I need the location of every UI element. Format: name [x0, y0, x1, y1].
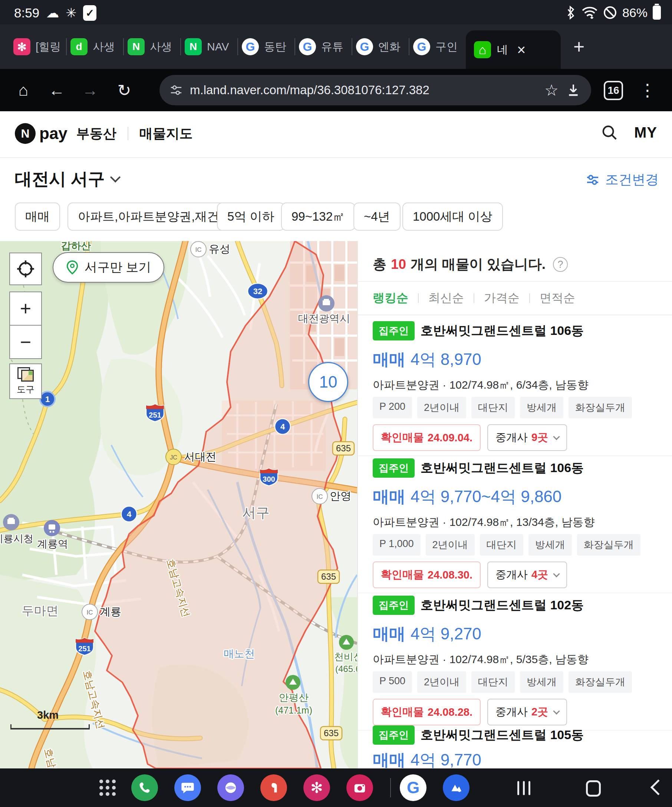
layers-icon — [17, 367, 34, 382]
home-button[interactable] — [586, 780, 601, 797]
chip-area[interactable]: 99~132㎡ — [281, 203, 355, 231]
sort-row: 랭킹순 최신순 가격순 면적순 — [373, 289, 575, 308]
listing-title[interactable]: 호반써밋그랜드센트럴 106동 — [421, 460, 584, 477]
my-location-button[interactable] — [9, 252, 42, 285]
confirmed-listing-badge: 확인매물24.08.28. — [373, 699, 481, 726]
flower-app-icon[interactable]: ✻ — [304, 774, 330, 801]
ic-anyeong-badge: IC 안영 — [312, 488, 351, 504]
agent-count-button[interactable]: 중개사 2곳 — [487, 699, 567, 726]
tab-youtube[interactable]: G 유튜 — [295, 25, 352, 69]
stream-label: 매노천 — [224, 648, 255, 659]
google-app-icon[interactable]: G — [400, 774, 426, 801]
camera-app-icon[interactable] — [347, 774, 373, 801]
chip-price[interactable]: 5억 이하 — [217, 203, 285, 231]
samsung-internet-app-icon[interactable] — [217, 774, 244, 801]
zoom-out-button[interactable]: − — [9, 325, 42, 359]
back-icon[interactable]: ← — [44, 69, 70, 111]
agent-count-button[interactable]: 중개사 4곳 — [487, 561, 567, 588]
tab-yen[interactable]: G 엔화 — [352, 25, 409, 69]
chip-age[interactable]: ~4년 — [353, 203, 400, 231]
tag: 방세개 — [520, 671, 563, 693]
tab-dongtan[interactable]: G 동탄 — [238, 25, 294, 69]
wifi-icon — [581, 5, 598, 20]
sort-newest[interactable]: 최신순 — [428, 290, 464, 306]
red-app-icon[interactable] — [261, 774, 287, 801]
sort-price[interactable]: 가격순 — [484, 290, 519, 306]
svg-text:계룡시청: 계룡시청 — [0, 533, 33, 545]
listing-price: 매매4억 8,970 — [373, 349, 481, 370]
listing-card[interactable]: 집주인 호반써밋그랜드센트럴 106동 매매4억 8,970 아파트분양권 · … — [373, 321, 662, 458]
new-tab-button[interactable]: + — [573, 36, 584, 58]
chip-trade-type[interactable]: 매매 — [15, 203, 60, 231]
listing-panel: 총 10 개의 매물이 있습니다. ? 랭킹순 최신순 가격순 면적순 집주인 … — [357, 241, 672, 769]
phone-app-icon[interactable] — [131, 774, 158, 801]
route-4-shield-east: 4 — [275, 419, 290, 434]
naver-favicon: N — [185, 38, 202, 55]
scale-bar — [10, 724, 90, 729]
listing-tags: P 500 2년이내 대단지 방세개 화장실두개 — [373, 671, 632, 693]
tag: P 500 — [373, 671, 412, 693]
sort-area[interactable]: 면적순 — [539, 290, 575, 306]
home-icon[interactable]: ⌂ — [10, 69, 37, 111]
bluetooth-icon — [565, 5, 576, 20]
tab-naver-land-active[interactable]: ⌂ 네 × — [466, 30, 561, 69]
chevron-down-icon — [553, 570, 560, 577]
tab-privacy-2[interactable]: N 사생 — [124, 25, 180, 69]
search-icon[interactable] — [601, 124, 618, 141]
menu-kebab-icon[interactable]: ⋮ — [636, 69, 659, 111]
region-row: 대전시 서구 조건변경 — [0, 158, 672, 201]
listing-cluster-marker[interactable]: 10 — [308, 362, 348, 402]
listing-card[interactable]: 집주인 호반써밋그랜드센트럴 105동 매매4억 9,770 — [373, 726, 662, 769]
map-canvas[interactable]: 호남고속지선 호남고속지선 호남고속지선 갑하산 (468.7m) IC 유성 … — [0, 241, 357, 769]
owner-badge: 집주인 — [373, 726, 415, 745]
naver-land-favicon: ⌂ — [474, 41, 491, 58]
app-drawer-button[interactable] — [94, 774, 121, 801]
listing-title[interactable]: 호반써밋그랜드센트럴 106동 — [421, 322, 584, 339]
listing-card[interactable]: 집주인 호반써밋그랜드센트럴 106동 매매4억 9,770~4억 9,860 … — [373, 458, 662, 596]
view-district-only-button[interactable]: 서구만 보기 — [53, 252, 164, 282]
map-tools-button[interactable]: 도구 — [9, 364, 42, 399]
listing-specs: 아파트분양권 · 102/74.98㎡, 5/35층, 남동향 — [373, 652, 589, 667]
forward-icon[interactable]: → — [77, 69, 103, 111]
tab-privacy-1[interactable]: d 사생 — [67, 25, 123, 69]
tab-naver[interactable]: N NAV — [181, 25, 237, 69]
route-635-badge-1: 635 — [333, 442, 354, 455]
reload-icon[interactable]: ↻ — [111, 69, 137, 111]
svg-text:천비산: 천비산 — [334, 651, 357, 663]
download-icon[interactable] — [566, 83, 581, 98]
tab-jobs[interactable]: G 구인 — [410, 25, 466, 69]
tab-count-button[interactable]: 16 — [604, 81, 623, 100]
recents-button[interactable] — [517, 781, 530, 795]
sort-ranking[interactable]: 랭킹순 — [373, 290, 408, 306]
chip-property-type[interactable]: 아파트,아파트분양권,재건축 — [68, 203, 242, 231]
map[interactable]: 호남고속지선 호남고속지선 호남고속지선 갑하산 (468.7m) IC 유성 … — [0, 241, 357, 769]
route-4-shield-west: 4 — [121, 506, 137, 522]
help-icon[interactable]: ? — [553, 257, 568, 272]
listing-title[interactable]: 호반써밋그랜드센트럴 105동 — [421, 727, 584, 744]
site-header: N pay 부동산 매물지도 MY — [0, 111, 672, 158]
close-tab-icon[interactable]: × — [517, 42, 526, 58]
zoom-in-button[interactable]: + — [9, 292, 42, 325]
realestate-label[interactable]: 부동산 — [76, 125, 116, 143]
url-bar[interactable]: m.land.naver.com/map/36.3081076:127.382 … — [159, 75, 591, 105]
region-selector[interactable]: 대전시 서구 — [15, 168, 119, 191]
messages-app-icon[interactable] — [174, 774, 201, 801]
condition-change-button[interactable]: 조건변경 — [585, 171, 659, 189]
tag: 2년이내 — [417, 671, 466, 693]
svg-text:4: 4 — [127, 510, 132, 519]
listing-card[interactable]: 집주인 호반써밋그랜드센트럴 102동 매매4억 9,270 아파트분양권 · … — [373, 596, 662, 733]
url-text[interactable]: m.land.naver.com/map/36.3081076:127.382 — [190, 83, 537, 97]
clock: 8:59 — [14, 5, 39, 20]
my-menu[interactable]: MY — [634, 124, 657, 141]
listing-title[interactable]: 호반써밋그랜드센트럴 102동 — [421, 597, 584, 614]
npay-logo[interactable]: N pay 부동산 매물지도 — [15, 123, 193, 144]
tab-healing[interactable]: ✻ [힐링 — [10, 25, 66, 69]
site-settings-icon[interactable] — [170, 84, 183, 96]
svg-text:(471.1m): (471.1m) — [275, 705, 312, 716]
bookmark-star-icon[interactable]: ☆ — [544, 81, 559, 100]
confirmed-listing-badge: 확인매물24.08.30. — [373, 561, 481, 588]
agent-count-button[interactable]: 중개사 9곳 — [487, 424, 567, 451]
naver-land-app-icon[interactable] — [443, 774, 470, 801]
back-button[interactable] — [650, 780, 666, 795]
chip-households[interactable]: 1000세대 이상 — [402, 203, 503, 231]
